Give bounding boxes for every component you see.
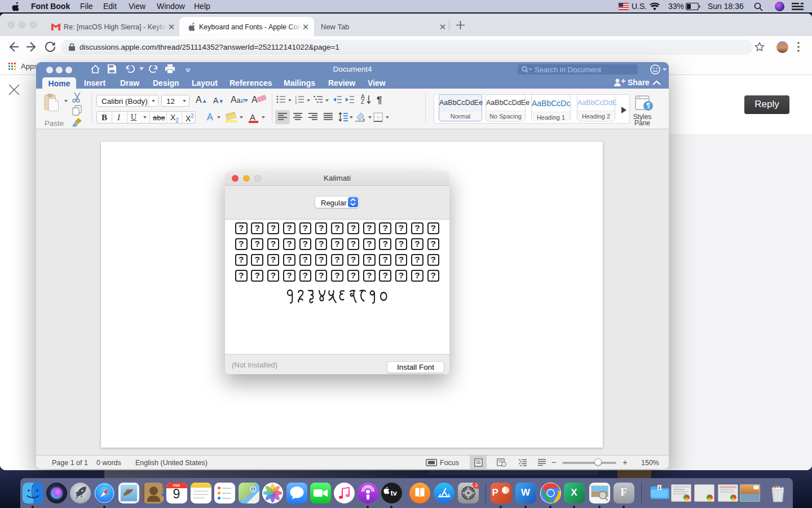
svg-text:tv: tv <box>390 489 397 497</box>
svg-text:3.: 3. <box>295 101 298 104</box>
